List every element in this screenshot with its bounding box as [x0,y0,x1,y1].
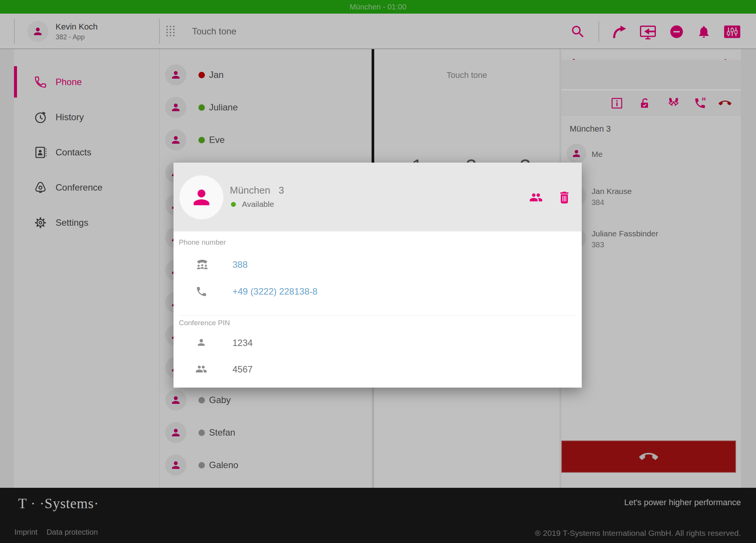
available-dot [231,202,236,207]
participant-pin-value: 4567 [232,364,253,375]
trash-icon[interactable] [558,190,570,205]
app-window: München - 01:00 Kevin Koch 382 - App Tou… [0,0,756,543]
availability-status: Available [231,200,274,209]
modal-actions [529,190,570,205]
person-icon [196,337,206,348]
conference-extension-link[interactable]: 388 [232,259,248,270]
modal-title: München3 [230,185,284,196]
conference-phone-icon [194,257,211,271]
phone-number-label: Phone number [179,238,226,247]
conference-pin-label: Conference PIN [179,315,576,327]
moderator-pin-value: 1234 [232,338,253,348]
modal-body: Phone number 388 +49 (3222) 228138-8 Con… [174,231,582,388]
external-number-link[interactable]: +49 (3222) 228138-8 [232,286,318,297]
conference-name: München [230,185,270,196]
availability-label: Available [242,200,274,209]
handset-icon [195,285,208,298]
add-people-icon[interactable] [529,192,543,203]
people-icon [195,364,208,374]
modal-header: München3 Available [174,163,582,231]
conference-details-modal: München3 Available Phone number 388 [174,163,582,388]
person-icon [190,186,213,209]
conference-number: 3 [279,185,284,196]
conference-avatar [180,175,223,219]
